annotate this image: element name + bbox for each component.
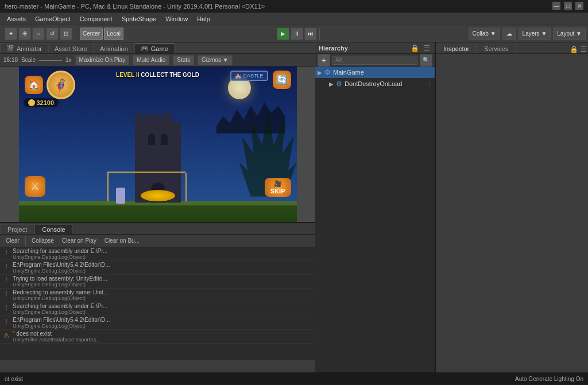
step-button[interactable]: ⏭ [304,28,317,40]
menu-component[interactable]: Component [75,14,117,24]
hud-sword-button[interactable]: ⚔ [25,176,45,197]
menu-window[interactable]: Window [161,14,192,24]
clear-on-build-button[interactable]: Clear on Bu... [101,236,143,246]
menu-bar: Assets GameObject Component SpriteShape … [0,13,588,25]
gameobject-icon-maingame: ⚙ [324,68,331,76]
mute-audio-button[interactable]: Mute Audio [133,55,169,65]
tab-services[interactable]: Services [477,44,516,53]
expand-arrow-dontdestroy: ▶ [329,81,334,87]
hud-castle-badge: 🏰 CASTLE [230,71,268,81]
tab-console[interactable]: Console [34,224,72,234]
gold-pile [141,190,175,201]
pivot-group: Center Local [78,28,126,40]
hud-skip-button[interactable]: 🎥 SKIP [265,178,291,197]
console-line1: Trying to load assembly: UnityEdito... [13,275,313,282]
more-options-maingame[interactable]: ⋮ [426,69,432,76]
console-line1: E:\Program Files\Unity5.4.2\Editor\D... [13,317,313,323]
pivot-local-button[interactable]: Local [104,28,123,40]
tab-animator[interactable]: 🎬 Animator [0,43,48,53]
menu-help[interactable]: Help [192,14,215,24]
transform-rect-tool[interactable]: ⊡ [60,28,72,40]
transform-rotate-tool[interactable]: ↔ [32,28,45,40]
hierarchy-search-input[interactable] [332,56,417,65]
console-entry[interactable]: !Searching for assembly under E:\Pr...Un… [0,302,315,316]
console-line2: UnityEngine.Debug:Log(Object) [13,295,313,301]
console-entry[interactable]: ⚠" does not existUnityEditor.AssetDataba… [0,330,315,344]
battlement-2 [145,114,153,122]
gizmos-button[interactable]: Gizmos ▼ [198,55,233,65]
account-button[interactable]: ☁ [502,28,516,40]
aspect-ratio-label: 16:10 [3,57,18,63]
hud-refresh-button[interactable]: 🔄 [273,71,291,89]
auto-generate-lighting-text: Auto Generate Lighting On [515,376,583,382]
hud-home-button[interactable]: 🏠 [25,76,43,94]
tab-asset-store[interactable]: Asset Store [48,44,94,53]
console-line1: E:\Program Files\Unity5.4.2\Editor\D... [13,262,313,268]
hierarchy-lock-icon[interactable]: 🔒 [409,44,420,52]
maximize-button[interactable]: □ [564,2,572,10]
clear-on-play-button[interactable]: Clear on Play [59,236,100,246]
hierarchy-item-dontdestroy[interactable]: ▶ ⚙ DontDestroyOnLoad ⋮ [315,78,435,90]
menu-assets[interactable]: Assets [2,14,30,24]
tab-inspector[interactable]: Inspector [436,44,477,53]
hierarchy-add-button[interactable]: + [318,54,330,67]
hierarchy-menu-icon[interactable]: ☰ [423,44,431,52]
battlement-4 [164,114,172,122]
asset-store-tab-label: Asset Store [55,45,87,52]
hierarchy-search-icon[interactable]: 🔍 [420,54,432,67]
title-bar: hero-master - MainGame - PC, Mac & Linux… [0,0,588,13]
inspector-lock-icon[interactable]: 🔒 [568,45,579,53]
clear-button[interactable]: Clear [2,236,23,246]
content-area: 🎬 Animator Asset Store Animation 🎮 Game … [0,42,588,372]
tab-project[interactable]: Project [0,224,34,234]
skip-icon: 🎥 [274,180,282,188]
console-entry[interactable]: !Trying to load assembly: UnityEdito...U… [0,275,315,289]
title-bar-controls[interactable]: — □ ✕ [552,2,583,10]
layout-button[interactable]: Layout ▼ [553,28,586,40]
menu-spriteshape[interactable]: SpriteShape [117,14,161,24]
collab-button[interactable]: Collab ▼ [469,28,500,40]
console-entry[interactable]: !E:\Program Files\Unity5.4.2\Editor\D...… [0,261,315,275]
transform-tools-group: ✦ ✙ ↔ ↺ ⊡ [2,28,75,40]
hierarchy-header: Hierarchy 🔒 ☰ [315,42,435,54]
skip-label: SKIP [270,188,285,195]
hierarchy-item-maingame[interactable]: ▶ ⚙ MainGame ⋮ [315,67,435,78]
scale-slider[interactable]: ———— [39,57,62,63]
transform-hand-tool[interactable]: ✦ [5,28,17,40]
stats-button[interactable]: Stats [173,55,194,65]
console-entry[interactable]: !Redirecting to assembly name: Unit...Un… [0,289,315,302]
menu-gameobject[interactable]: GameObject [30,14,75,24]
close-button[interactable]: ✕ [575,2,583,10]
transform-scale-tool[interactable]: ↺ [46,28,59,40]
collapse-button[interactable]: Collapse [28,236,57,246]
pause-button[interactable]: ⏸ [291,28,303,40]
inspector-tab-label: Inspector [443,45,469,52]
tab-game[interactable]: 🎮 Game [134,43,175,53]
console-entry-text: E:\Program Files\Unity5.4.2\Editor\D...U… [13,317,313,329]
console-entry[interactable]: !E:\Program Files\Unity5.4.2\Editor\D...… [0,316,315,330]
animator-tab-label: Animator [17,45,42,52]
status-right: Auto Generate Lighting On [515,376,583,382]
play-button[interactable]: ▶ [277,28,289,40]
view-tabs-bar: 🎬 Animator Asset Store Animation 🎮 Game [0,42,315,54]
console-line1: Redirecting to assembly name: Unit... [13,289,313,295]
tab-animation[interactable]: Animation [94,44,134,53]
status-bar: ot exist Auto Generate Lighting On [0,372,588,385]
console-entry-text: Trying to load assembly: UnityEdito...Un… [13,275,313,287]
inspector-menu-icon[interactable]: ☰ [579,45,588,53]
hud-avatar: 🦸 [47,71,75,99]
minimize-button[interactable]: — [552,2,560,10]
console-content: !Searching for assembly under E:\Pr...Un… [0,247,315,360]
console-entry[interactable]: !Searching for assembly under E:\Pr...Un… [0,247,315,261]
hierarchy-header-icons: 🔒 ☰ [409,44,431,52]
error-icon: ! [2,317,10,325]
console-toolbar: Clear Collapse Clear on Play Clear on Bu… [0,235,315,247]
scale-value-label: 1x [65,57,72,63]
chain-left [107,173,109,201]
pivot-center-button[interactable]: Center [80,28,103,40]
error-icon: ! [2,276,10,284]
maximize-on-play-button[interactable]: Maximize On Play [75,55,130,65]
layers-button[interactable]: Layers ▼ [519,28,551,40]
more-options-dontdestroy[interactable]: ⋮ [426,80,432,88]
transform-move-tool[interactable]: ✙ [18,28,31,40]
